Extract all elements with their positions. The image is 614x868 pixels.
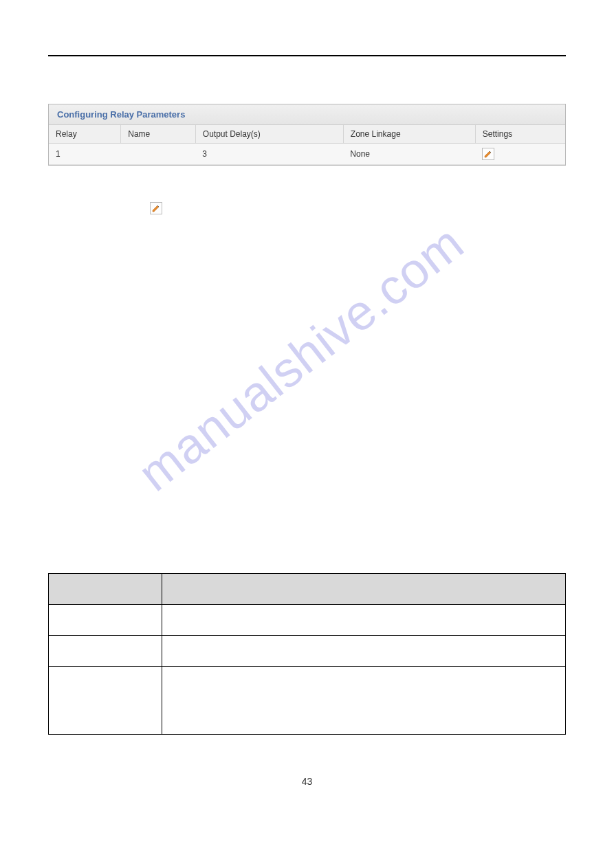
col-name: Name bbox=[121, 125, 196, 144]
note-1: Please authenticate the permission to en… bbox=[67, 328, 439, 343]
siren-steps-label: Steps: bbox=[48, 474, 566, 489]
param-row: Siren Delay Time(s) Set the siren output… bbox=[49, 666, 566, 734]
cell-zone-linkage: None bbox=[343, 143, 475, 164]
relay-table-row: 1 3 None bbox=[49, 143, 565, 164]
step-3: 3. Click Save to save the parameters. bbox=[48, 251, 566, 268]
steps-heading: Steps: bbox=[48, 175, 566, 192]
siren-before-text: Please authenticate the permission to en… bbox=[48, 454, 566, 469]
relay-config-panel: Configuring Relay Parameters Relay Name … bbox=[48, 104, 566, 166]
siren-purpose-text: You can set the siren name and the outpu… bbox=[48, 415, 566, 430]
param-row: Siren No. The siren No. It is not editab… bbox=[49, 604, 566, 635]
param-table: Parameters Descriptions Siren No. The si… bbox=[48, 573, 566, 735]
param-cell-desc: The siren No. It is not editable. bbox=[162, 604, 566, 635]
siren-step-2: 2. Configure the parameters below: bbox=[48, 525, 566, 542]
edit-icon[interactable] bbox=[150, 202, 162, 214]
cell-settings bbox=[475, 143, 565, 164]
intro-line-1: Click Remote Configuration > Output Sett… bbox=[48, 63, 566, 78]
relay-panel-title: Configuring Relay Parameters bbox=[49, 104, 565, 125]
step-1-prefix: 1. Click the icon bbox=[79, 202, 147, 213]
edit-icon[interactable] bbox=[482, 148, 494, 160]
siren-before-label: Before You Start: bbox=[48, 434, 566, 449]
note-2: The available output delay range is 0 to… bbox=[67, 348, 439, 363]
param-header-descriptions: Descriptions bbox=[162, 573, 566, 604]
siren-purpose-label: Purpose: bbox=[48, 395, 566, 410]
step-2: 2. Set the relay name and the output del… bbox=[48, 224, 566, 241]
cell-name bbox=[121, 143, 196, 164]
relay-table-header-row: Relay Name Output Delay(s) Zone Linkage … bbox=[49, 125, 565, 144]
header-divider bbox=[48, 55, 566, 56]
table-caption: Figure 7-3 Siren Parameters Window bbox=[48, 553, 566, 568]
page-number: 43 bbox=[48, 776, 566, 787]
param-cell-param: Siren Delay Time(s) bbox=[49, 666, 162, 734]
param-cell-param: Siren No. bbox=[49, 604, 162, 635]
relay-table: Relay Name Output Delay(s) Zone Linkage … bbox=[49, 125, 565, 165]
param-cell-desc: Set the siren output delay. The siren wi… bbox=[162, 666, 566, 734]
col-zone-linkage: Zone Linkage bbox=[343, 125, 475, 144]
cell-relay: 1 bbox=[49, 143, 121, 164]
siren-step-1: 1. Click Remote Configuration > Output S… bbox=[48, 498, 566, 515]
or-text: Or click Copy to… to copy the relay info… bbox=[65, 278, 566, 293]
param-header-parameters: Parameters bbox=[49, 573, 162, 604]
param-row: Name Set the siren name. bbox=[49, 635, 566, 666]
notes-block: i Notes: Please authenticate the permiss… bbox=[48, 304, 566, 367]
intro-line-2: In this page, you can view the relay par… bbox=[48, 82, 566, 98]
param-table-header-row: Parameters Descriptions bbox=[49, 573, 566, 604]
step-1-suffix: to enter the Relay Parameters Settings w… bbox=[165, 202, 368, 213]
cell-output-delay: 3 bbox=[195, 143, 343, 164]
col-output-delay: Output Delay(s) bbox=[195, 125, 343, 144]
param-cell-param: Name bbox=[49, 635, 162, 666]
note-icon: i bbox=[48, 306, 62, 367]
notes-heading: Notes: bbox=[67, 309, 439, 324]
step-1: 1. Click the icon to enter the Relay Par… bbox=[79, 202, 566, 214]
col-settings: Settings bbox=[475, 125, 565, 144]
param-cell-desc: Set the siren name. bbox=[162, 635, 566, 666]
siren-section-title: Siren Settings bbox=[48, 379, 566, 391]
col-relay: Relay bbox=[49, 125, 121, 144]
